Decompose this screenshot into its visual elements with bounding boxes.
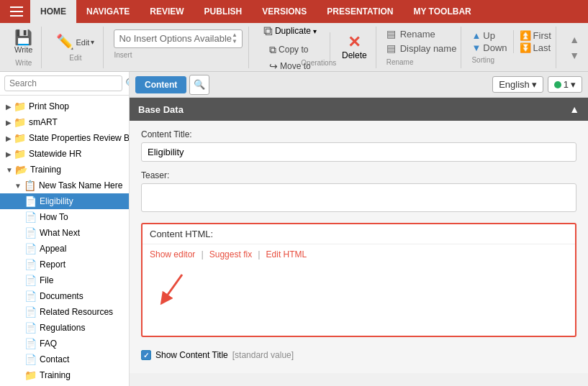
menu-tab-my-toolbar[interactable]: MY TOOLBAR [404, 0, 481, 23]
delete-button[interactable]: ✕ Delete [338, 32, 371, 63]
sidebar-item-print-shop[interactable]: ▶ 📁 Print Shop [0, 98, 129, 114]
scroll-down-arrow[interactable]: ▼ [566, 48, 582, 63]
insert-dropdown[interactable]: No Insert Options Available ▲ ▼ [114, 29, 243, 48]
edit-group-label: Edit [69, 54, 81, 62]
sidebar-item-training[interactable]: ▼ 📂 Training [0, 162, 129, 178]
insert-group: No Insert Options Available ▲ ▼ Insert [109, 27, 249, 68]
sidebar-item-new-task[interactable]: ▼ 📋 New Task Name Here [0, 178, 129, 193]
green-dot [554, 81, 561, 88]
collapse-arrow[interactable]: ▲ [569, 104, 579, 115]
content-search-button[interactable]: 🔍 [189, 75, 209, 95]
sidebar-label-eligibility: Eligibility [40, 196, 73, 206]
copy-icon: ⧉ [269, 44, 276, 56]
sidebar-item-appeal[interactable]: 📄 Appeal [0, 241, 129, 257]
num-selector[interactable]: 1 ▾ [548, 76, 582, 93]
sidebar-item-smart[interactable]: ▶ 📁 smART [0, 114, 129, 130]
sidebar-label-documents: Documents [40, 291, 83, 301]
sidebar-item-regulations[interactable]: 📄 Regulations [0, 320, 129, 336]
num-label: 1 [564, 79, 569, 90]
rename-button[interactable]: ▤ Rename [386, 28, 457, 40]
sorting-group: ▲ Up ▼ Down ⏫ First ⏬ Last Sorting [467, 27, 556, 68]
rename-label: Rename [400, 29, 435, 40]
rename-group: ▤ Rename ▤ Display name Rename [382, 27, 462, 68]
sidebar-item-what-next[interactable]: 📄 What Next [0, 225, 129, 241]
file-icon-file: 📄 [24, 275, 37, 286]
edit-icon: ✏️ [56, 35, 74, 49]
teaser-input[interactable] [141, 183, 576, 212]
scroll-up-arrow[interactable]: ▲ [566, 32, 582, 47]
expand-arrow-new-task: ▼ [14, 182, 22, 190]
sidebar-label-training: Training [30, 165, 61, 175]
content-html-header: Content HTML: [143, 224, 575, 244]
last-label: Last [533, 42, 551, 53]
base-data-label: Base Data [138, 104, 184, 115]
sidebar-item-workers-comp[interactable]: ▶ 📁 Workers Comp [0, 383, 129, 386]
content-html-body [143, 264, 575, 336]
menu-tab-navigate[interactable]: NAVIGATE [76, 0, 140, 23]
sidebar-label-contact: Contact [40, 354, 69, 364]
edit-html-link[interactable]: Edit HTML [266, 249, 307, 259]
edit-label: Edit [76, 38, 89, 47]
standard-value-label: [standard value] [232, 350, 294, 360]
red-cursor-arrow [157, 271, 193, 311]
content-title-input[interactable] [141, 142, 576, 162]
menu-tab-review[interactable]: REVIEW [140, 0, 194, 23]
tab-content[interactable]: Content [135, 76, 186, 93]
search-input[interactable] [4, 75, 122, 91]
file-icon-contact: 📄 [24, 354, 37, 365]
down-button[interactable]: ▼ Down [471, 42, 507, 53]
sidebar-item-how-to[interactable]: 📄 How To [0, 209, 129, 225]
operations-label: Operations [301, 59, 336, 67]
sidebar-item-contact[interactable]: 📄 Contact [0, 351, 129, 367]
sidebar-item-statewide-hr[interactable]: ▶ 📁 Statewide HR [0, 146, 129, 162]
display-name-label: Display name [400, 43, 457, 54]
sidebar-label-print-shop: Print Shop [29, 101, 69, 111]
display-name-icon: ▤ [386, 42, 396, 54]
copy-to-button[interactable]: ⧉ Copy to [266, 42, 315, 58]
language-selector[interactable]: English ▾ [492, 76, 543, 93]
form-area: Base Data ▲ Content Title: Teaser: Conte… [130, 98, 588, 386]
menu-tab-publish[interactable]: PUBLISH [194, 0, 253, 23]
display-name-button[interactable]: ▤ Display name [386, 42, 457, 54]
up-button[interactable]: ▲ Up [471, 30, 507, 41]
file-icon-documents: 📄 [24, 290, 37, 302]
suggest-fix-link[interactable]: Suggest fix [209, 249, 252, 259]
sidebar-label-how-to: How To [40, 212, 68, 222]
sidebar-label-training-sub: Training [40, 370, 71, 380]
down-label: Down [483, 42, 507, 53]
expand-arrow-state-properties: ▶ [6, 134, 12, 142]
first-icon: ⏫ [520, 30, 531, 41]
sidebar-label-file: File [40, 275, 53, 285]
sidebar-label-state-properties: State Properties Review Board [29, 133, 129, 143]
sidebar-item-file[interactable]: 📄 File [0, 272, 129, 288]
sidebar-item-related-resources[interactable]: 📄 Related Resources [0, 304, 129, 320]
edit-button[interactable]: ✏️ Edit ▾ [52, 32, 99, 51]
sidebar-item-eligibility[interactable]: 📄 Eligibility [0, 193, 129, 209]
main-layout: 🔍 ▾ ▶ 📁 Print Shop ▶ 📁 smART ▶ 📁 State P… [0, 72, 588, 386]
last-button[interactable]: ⏬ Last [520, 42, 551, 53]
menu-tab-presentation[interactable]: PRESENTATION [317, 0, 403, 23]
hamburger-menu[interactable] [6, 0, 27, 23]
folder-icon-training: 📂 [15, 164, 27, 175]
show-editor-link[interactable]: Show editor [150, 249, 195, 259]
first-button[interactable]: ⏫ First [520, 30, 551, 41]
rename-group-label: Rename [386, 58, 457, 66]
folder-icon-state-properties: 📁 [14, 132, 26, 144]
sidebar-item-state-properties[interactable]: ▶ 📁 State Properties Review Board [0, 130, 129, 146]
up-icon: ▲ [471, 30, 481, 41]
menu-tab-home[interactable]: HOME [30, 0, 76, 23]
separator-2: | [258, 249, 260, 259]
save-button[interactable]: 💾 Write [10, 28, 37, 56]
sidebar-item-training-sub[interactable]: 📁 Training [0, 367, 129, 383]
sidebar-item-faq[interactable]: 📄 FAQ [0, 336, 129, 351]
duplicate-button[interactable]: ⧉ Duplicate ▾ [259, 22, 321, 41]
sidebar-item-documents[interactable]: 📄 Documents [0, 288, 129, 304]
menu-tab-versions[interactable]: VERSIONS [252, 0, 317, 23]
show-content-title-checkbox[interactable] [141, 350, 151, 360]
insert-dropdown-text: No Insert Options Available [119, 33, 232, 44]
content-html-label: Content HTML: [150, 229, 213, 239]
sidebar-item-report[interactable]: 📄 Report [0, 257, 129, 272]
teaser-field: Teaser: [141, 170, 576, 214]
sidebar-label-statewide-hr: Statewide HR [29, 149, 81, 159]
separator-1: | [201, 249, 203, 259]
